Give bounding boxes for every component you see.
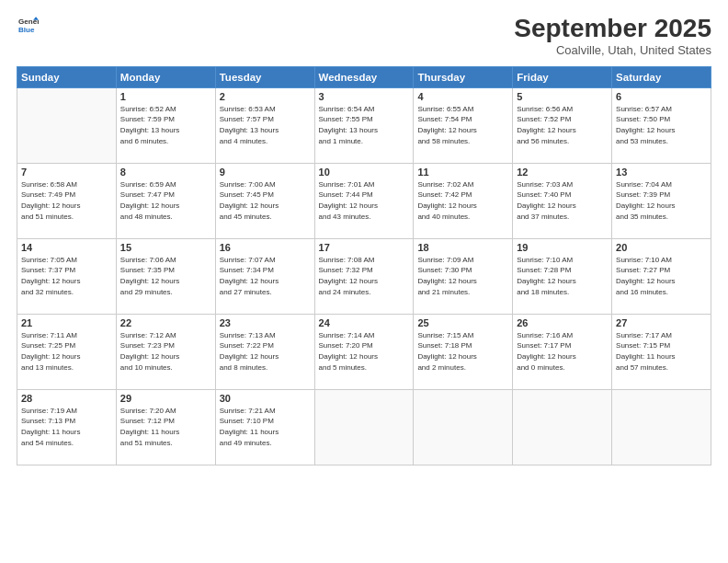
day-info: Sunrise: 6:52 AM Sunset: 7:59 PM Dayligh… — [120, 104, 211, 146]
header-wednesday: Wednesday — [314, 66, 414, 87]
day-number: 29 — [120, 393, 211, 404]
day-info: Sunrise: 7:08 AM Sunset: 7:32 PM Dayligh… — [319, 255, 410, 297]
day-number: 15 — [120, 242, 211, 253]
day-info: Sunrise: 7:14 AM Sunset: 7:20 PM Dayligh… — [319, 330, 410, 373]
calendar-week-row: 21Sunrise: 7:11 AM Sunset: 7:25 PM Dayli… — [17, 314, 711, 389]
day-info: Sunrise: 7:06 AM Sunset: 7:35 PM Dayligh… — [120, 255, 211, 297]
day-info: Sunrise: 7:07 AM Sunset: 7:34 PM Dayligh… — [220, 255, 311, 297]
svg-text:Blue: Blue — [18, 26, 35, 34]
table-row: 9Sunrise: 7:00 AM Sunset: 7:45 PM Daylig… — [215, 163, 314, 238]
day-number: 11 — [417, 167, 508, 178]
day-info: Sunrise: 7:09 AM Sunset: 7:30 PM Dayligh… — [417, 255, 508, 297]
table-row: 8Sunrise: 6:59 AM Sunset: 7:47 PM Daylig… — [116, 163, 215, 238]
table-row: 4Sunrise: 6:55 AM Sunset: 7:54 PM Daylig… — [414, 87, 513, 163]
title-block: September 2025 Coalville, Utah, United S… — [514, 15, 711, 57]
table-row: 25Sunrise: 7:15 AM Sunset: 7:18 PM Dayli… — [414, 314, 513, 389]
day-number: 16 — [220, 242, 311, 253]
day-info: Sunrise: 6:55 AM Sunset: 7:54 PM Dayligh… — [417, 104, 508, 146]
table-row: 7Sunrise: 6:58 AM Sunset: 7:49 PM Daylig… — [17, 163, 117, 238]
day-info: Sunrise: 6:58 AM Sunset: 7:49 PM Dayligh… — [21, 179, 112, 222]
day-number: 13 — [616, 167, 707, 178]
table-row: 18Sunrise: 7:09 AM Sunset: 7:30 PM Dayli… — [414, 238, 513, 314]
table-row: 14Sunrise: 7:05 AM Sunset: 7:37 PM Dayli… — [17, 238, 117, 314]
day-info: Sunrise: 7:11 AM Sunset: 7:25 PM Dayligh… — [21, 330, 112, 373]
table-row: 12Sunrise: 7:03 AM Sunset: 7:40 PM Dayli… — [513, 163, 612, 238]
table-row: 13Sunrise: 7:04 AM Sunset: 7:39 PM Dayli… — [612, 163, 711, 238]
day-info: Sunrise: 7:02 AM Sunset: 7:42 PM Dayligh… — [417, 179, 508, 222]
calendar-week-row: 7Sunrise: 6:58 AM Sunset: 7:49 PM Daylig… — [17, 163, 711, 238]
day-info: Sunrise: 7:05 AM Sunset: 7:37 PM Dayligh… — [21, 255, 112, 297]
location: Coalville, Utah, United States — [514, 43, 711, 57]
table-row — [17, 87, 117, 163]
table-row: 29Sunrise: 7:20 AM Sunset: 7:12 PM Dayli… — [116, 389, 215, 465]
day-number: 12 — [517, 167, 608, 178]
day-number: 30 — [220, 393, 311, 404]
table-row: 11Sunrise: 7:02 AM Sunset: 7:42 PM Dayli… — [414, 163, 513, 238]
table-row: 28Sunrise: 7:19 AM Sunset: 7:13 PM Dayli… — [17, 389, 117, 465]
day-info: Sunrise: 6:57 AM Sunset: 7:50 PM Dayligh… — [616, 104, 707, 146]
table-row — [314, 389, 414, 465]
day-info: Sunrise: 6:53 AM Sunset: 7:57 PM Dayligh… — [220, 104, 311, 146]
day-number: 19 — [517, 242, 608, 253]
day-info: Sunrise: 6:54 AM Sunset: 7:55 PM Dayligh… — [319, 104, 410, 146]
calendar-week-row: 28Sunrise: 7:19 AM Sunset: 7:13 PM Dayli… — [17, 389, 711, 465]
table-row: 17Sunrise: 7:08 AM Sunset: 7:32 PM Dayli… — [314, 238, 414, 314]
day-info: Sunrise: 7:16 AM Sunset: 7:17 PM Dayligh… — [517, 330, 608, 373]
table-row: 15Sunrise: 7:06 AM Sunset: 7:35 PM Dayli… — [116, 238, 215, 314]
header: General Blue September 2025 Coalville, U… — [17, 15, 711, 57]
day-number: 18 — [417, 242, 508, 253]
day-info: Sunrise: 7:10 AM Sunset: 7:28 PM Dayligh… — [517, 255, 608, 297]
day-number: 24 — [319, 317, 410, 328]
table-row: 30Sunrise: 7:21 AM Sunset: 7:10 PM Dayli… — [215, 389, 314, 465]
day-info: Sunrise: 6:56 AM Sunset: 7:52 PM Dayligh… — [517, 104, 608, 146]
table-row: 20Sunrise: 7:10 AM Sunset: 7:27 PM Dayli… — [612, 238, 711, 314]
table-row: 16Sunrise: 7:07 AM Sunset: 7:34 PM Dayli… — [215, 238, 314, 314]
table-row — [513, 389, 612, 465]
day-number: 25 — [417, 317, 508, 328]
day-number: 20 — [616, 242, 707, 253]
header-tuesday: Tuesday — [215, 66, 314, 87]
table-row: 24Sunrise: 7:14 AM Sunset: 7:20 PM Dayli… — [314, 314, 414, 389]
day-info: Sunrise: 7:01 AM Sunset: 7:44 PM Dayligh… — [319, 179, 410, 222]
day-number: 28 — [21, 393, 112, 404]
table-row: 22Sunrise: 7:12 AM Sunset: 7:23 PM Dayli… — [116, 314, 215, 389]
day-info: Sunrise: 7:19 AM Sunset: 7:13 PM Dayligh… — [21, 406, 112, 448]
day-number: 5 — [517, 91, 608, 102]
table-row: 6Sunrise: 6:57 AM Sunset: 7:50 PM Daylig… — [612, 87, 711, 163]
calendar-page: General Blue September 2025 Coalville, U… — [0, 0, 728, 563]
day-number: 7 — [21, 167, 112, 178]
day-number: 17 — [319, 242, 410, 253]
header-friday: Friday — [513, 66, 612, 87]
weekday-header-row: Sunday Monday Tuesday Wednesday Thursday… — [17, 66, 711, 87]
day-info: Sunrise: 7:13 AM Sunset: 7:22 PM Dayligh… — [220, 330, 311, 373]
calendar-week-row: 1Sunrise: 6:52 AM Sunset: 7:59 PM Daylig… — [17, 87, 711, 163]
day-info: Sunrise: 6:59 AM Sunset: 7:47 PM Dayligh… — [120, 179, 211, 222]
table-row: 23Sunrise: 7:13 AM Sunset: 7:22 PM Dayli… — [215, 314, 314, 389]
day-number: 10 — [319, 167, 410, 178]
table-row: 5Sunrise: 6:56 AM Sunset: 7:52 PM Daylig… — [513, 87, 612, 163]
day-number: 3 — [319, 91, 410, 102]
day-number: 23 — [220, 317, 311, 328]
header-thursday: Thursday — [414, 66, 513, 87]
day-info: Sunrise: 7:10 AM Sunset: 7:27 PM Dayligh… — [616, 255, 707, 297]
month-year: September 2025 — [514, 15, 711, 43]
day-info: Sunrise: 7:03 AM Sunset: 7:40 PM Dayligh… — [517, 179, 608, 222]
table-row — [612, 389, 711, 465]
logo: General Blue — [17, 15, 39, 35]
day-info: Sunrise: 7:20 AM Sunset: 7:12 PM Dayligh… — [120, 406, 211, 448]
day-info: Sunrise: 7:12 AM Sunset: 7:23 PM Dayligh… — [120, 330, 211, 373]
header-saturday: Saturday — [612, 66, 711, 87]
calendar-table: Sunday Monday Tuesday Wednesday Thursday… — [17, 66, 711, 465]
table-row: 10Sunrise: 7:01 AM Sunset: 7:44 PM Dayli… — [314, 163, 414, 238]
day-number: 26 — [517, 317, 608, 328]
day-info: Sunrise: 7:17 AM Sunset: 7:15 PM Dayligh… — [616, 330, 707, 373]
day-number: 4 — [417, 91, 508, 102]
day-number: 2 — [220, 91, 311, 102]
calendar-week-row: 14Sunrise: 7:05 AM Sunset: 7:37 PM Dayli… — [17, 238, 711, 314]
logo-icon: General Blue — [18, 15, 39, 35]
day-number: 21 — [21, 317, 112, 328]
table-row: 19Sunrise: 7:10 AM Sunset: 7:28 PM Dayli… — [513, 238, 612, 314]
day-number: 6 — [616, 91, 707, 102]
day-number: 9 — [220, 167, 311, 178]
table-row — [414, 389, 513, 465]
